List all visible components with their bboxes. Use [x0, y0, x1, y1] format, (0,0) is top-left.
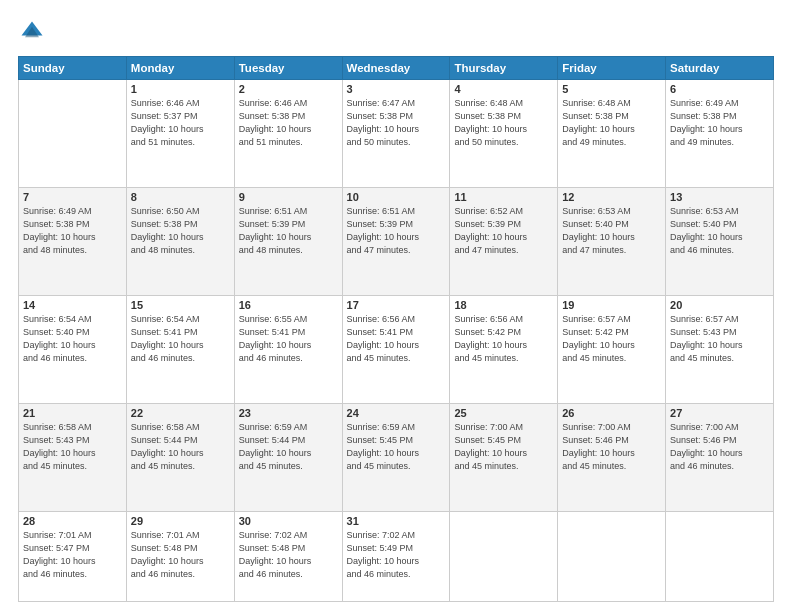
day-number: 23	[239, 407, 338, 419]
weekday-header-friday: Friday	[558, 57, 666, 80]
calendar-cell: 18Sunrise: 6:56 AMSunset: 5:42 PMDayligh…	[450, 296, 558, 404]
day-number: 5	[562, 83, 661, 95]
day-detail: Sunrise: 6:56 AMSunset: 5:42 PMDaylight:…	[454, 313, 553, 365]
day-detail: Sunrise: 6:47 AMSunset: 5:38 PMDaylight:…	[347, 97, 446, 149]
logo-icon	[18, 18, 46, 46]
calendar-cell: 11Sunrise: 6:52 AMSunset: 5:39 PMDayligh…	[450, 188, 558, 296]
day-detail: Sunrise: 7:00 AMSunset: 5:46 PMDaylight:…	[670, 421, 769, 473]
day-number: 9	[239, 191, 338, 203]
day-number: 2	[239, 83, 338, 95]
calendar-row-0: 1Sunrise: 6:46 AMSunset: 5:37 PMDaylight…	[19, 80, 774, 188]
day-detail: Sunrise: 7:01 AMSunset: 5:47 PMDaylight:…	[23, 529, 122, 581]
calendar-cell: 4Sunrise: 6:48 AMSunset: 5:38 PMDaylight…	[450, 80, 558, 188]
calendar-cell: 1Sunrise: 6:46 AMSunset: 5:37 PMDaylight…	[126, 80, 234, 188]
day-number: 28	[23, 515, 122, 527]
day-detail: Sunrise: 6:48 AMSunset: 5:38 PMDaylight:…	[562, 97, 661, 149]
day-number: 16	[239, 299, 338, 311]
calendar-cell: 6Sunrise: 6:49 AMSunset: 5:38 PMDaylight…	[666, 80, 774, 188]
logo	[18, 18, 50, 46]
page: SundayMondayTuesdayWednesdayThursdayFrid…	[0, 0, 792, 612]
calendar-row-2: 14Sunrise: 6:54 AMSunset: 5:40 PMDayligh…	[19, 296, 774, 404]
calendar-cell: 20Sunrise: 6:57 AMSunset: 5:43 PMDayligh…	[666, 296, 774, 404]
day-number: 26	[562, 407, 661, 419]
weekday-header-thursday: Thursday	[450, 57, 558, 80]
calendar-cell: 10Sunrise: 6:51 AMSunset: 5:39 PMDayligh…	[342, 188, 450, 296]
calendar-cell: 5Sunrise: 6:48 AMSunset: 5:38 PMDaylight…	[558, 80, 666, 188]
day-number: 15	[131, 299, 230, 311]
day-number: 3	[347, 83, 446, 95]
calendar-cell: 16Sunrise: 6:55 AMSunset: 5:41 PMDayligh…	[234, 296, 342, 404]
day-number: 29	[131, 515, 230, 527]
weekday-header-wednesday: Wednesday	[342, 57, 450, 80]
day-number: 25	[454, 407, 553, 419]
calendar-cell: 14Sunrise: 6:54 AMSunset: 5:40 PMDayligh…	[19, 296, 127, 404]
day-detail: Sunrise: 7:02 AMSunset: 5:49 PMDaylight:…	[347, 529, 446, 581]
day-detail: Sunrise: 6:53 AMSunset: 5:40 PMDaylight:…	[670, 205, 769, 257]
day-detail: Sunrise: 6:58 AMSunset: 5:44 PMDaylight:…	[131, 421, 230, 473]
day-number: 17	[347, 299, 446, 311]
weekday-header-sunday: Sunday	[19, 57, 127, 80]
day-detail: Sunrise: 7:00 AMSunset: 5:45 PMDaylight:…	[454, 421, 553, 473]
day-detail: Sunrise: 6:58 AMSunset: 5:43 PMDaylight:…	[23, 421, 122, 473]
day-number: 7	[23, 191, 122, 203]
calendar-cell: 24Sunrise: 6:59 AMSunset: 5:45 PMDayligh…	[342, 404, 450, 512]
day-detail: Sunrise: 6:51 AMSunset: 5:39 PMDaylight:…	[347, 205, 446, 257]
calendar-row-1: 7Sunrise: 6:49 AMSunset: 5:38 PMDaylight…	[19, 188, 774, 296]
day-detail: Sunrise: 6:57 AMSunset: 5:43 PMDaylight:…	[670, 313, 769, 365]
calendar-cell	[450, 512, 558, 602]
weekday-header-monday: Monday	[126, 57, 234, 80]
day-detail: Sunrise: 6:54 AMSunset: 5:40 PMDaylight:…	[23, 313, 122, 365]
calendar-cell: 28Sunrise: 7:01 AMSunset: 5:47 PMDayligh…	[19, 512, 127, 602]
day-number: 24	[347, 407, 446, 419]
day-detail: Sunrise: 6:48 AMSunset: 5:38 PMDaylight:…	[454, 97, 553, 149]
calendar-cell: 12Sunrise: 6:53 AMSunset: 5:40 PMDayligh…	[558, 188, 666, 296]
calendar-cell: 26Sunrise: 7:00 AMSunset: 5:46 PMDayligh…	[558, 404, 666, 512]
day-number: 20	[670, 299, 769, 311]
day-detail: Sunrise: 6:55 AMSunset: 5:41 PMDaylight:…	[239, 313, 338, 365]
day-number: 19	[562, 299, 661, 311]
calendar-table: SundayMondayTuesdayWednesdayThursdayFrid…	[18, 56, 774, 602]
day-detail: Sunrise: 6:46 AMSunset: 5:37 PMDaylight:…	[131, 97, 230, 149]
weekday-header-row: SundayMondayTuesdayWednesdayThursdayFrid…	[19, 57, 774, 80]
calendar-cell: 22Sunrise: 6:58 AMSunset: 5:44 PMDayligh…	[126, 404, 234, 512]
day-detail: Sunrise: 6:46 AMSunset: 5:38 PMDaylight:…	[239, 97, 338, 149]
weekday-header-saturday: Saturday	[666, 57, 774, 80]
calendar-cell: 2Sunrise: 6:46 AMSunset: 5:38 PMDaylight…	[234, 80, 342, 188]
day-number: 27	[670, 407, 769, 419]
calendar-cell: 17Sunrise: 6:56 AMSunset: 5:41 PMDayligh…	[342, 296, 450, 404]
day-detail: Sunrise: 6:52 AMSunset: 5:39 PMDaylight:…	[454, 205, 553, 257]
day-number: 10	[347, 191, 446, 203]
day-number: 30	[239, 515, 338, 527]
day-detail: Sunrise: 6:53 AMSunset: 5:40 PMDaylight:…	[562, 205, 661, 257]
day-detail: Sunrise: 6:59 AMSunset: 5:45 PMDaylight:…	[347, 421, 446, 473]
calendar-cell: 15Sunrise: 6:54 AMSunset: 5:41 PMDayligh…	[126, 296, 234, 404]
day-number: 18	[454, 299, 553, 311]
calendar-cell: 31Sunrise: 7:02 AMSunset: 5:49 PMDayligh…	[342, 512, 450, 602]
day-detail: Sunrise: 6:59 AMSunset: 5:44 PMDaylight:…	[239, 421, 338, 473]
day-number: 22	[131, 407, 230, 419]
calendar-cell: 29Sunrise: 7:01 AMSunset: 5:48 PMDayligh…	[126, 512, 234, 602]
day-detail: Sunrise: 6:49 AMSunset: 5:38 PMDaylight:…	[670, 97, 769, 149]
calendar-cell: 27Sunrise: 7:00 AMSunset: 5:46 PMDayligh…	[666, 404, 774, 512]
day-detail: Sunrise: 7:02 AMSunset: 5:48 PMDaylight:…	[239, 529, 338, 581]
day-number: 8	[131, 191, 230, 203]
calendar-cell: 21Sunrise: 6:58 AMSunset: 5:43 PMDayligh…	[19, 404, 127, 512]
calendar-cell: 9Sunrise: 6:51 AMSunset: 5:39 PMDaylight…	[234, 188, 342, 296]
calendar-cell	[558, 512, 666, 602]
day-detail: Sunrise: 6:54 AMSunset: 5:41 PMDaylight:…	[131, 313, 230, 365]
calendar-row-3: 21Sunrise: 6:58 AMSunset: 5:43 PMDayligh…	[19, 404, 774, 512]
day-number: 6	[670, 83, 769, 95]
calendar-cell: 19Sunrise: 6:57 AMSunset: 5:42 PMDayligh…	[558, 296, 666, 404]
day-detail: Sunrise: 6:51 AMSunset: 5:39 PMDaylight:…	[239, 205, 338, 257]
day-detail: Sunrise: 6:50 AMSunset: 5:38 PMDaylight:…	[131, 205, 230, 257]
calendar-cell: 3Sunrise: 6:47 AMSunset: 5:38 PMDaylight…	[342, 80, 450, 188]
calendar-cell: 23Sunrise: 6:59 AMSunset: 5:44 PMDayligh…	[234, 404, 342, 512]
header	[18, 18, 774, 46]
day-number: 12	[562, 191, 661, 203]
calendar-cell: 8Sunrise: 6:50 AMSunset: 5:38 PMDaylight…	[126, 188, 234, 296]
day-number: 13	[670, 191, 769, 203]
day-number: 31	[347, 515, 446, 527]
day-detail: Sunrise: 7:00 AMSunset: 5:46 PMDaylight:…	[562, 421, 661, 473]
calendar-cell: 25Sunrise: 7:00 AMSunset: 5:45 PMDayligh…	[450, 404, 558, 512]
calendar-cell: 7Sunrise: 6:49 AMSunset: 5:38 PMDaylight…	[19, 188, 127, 296]
